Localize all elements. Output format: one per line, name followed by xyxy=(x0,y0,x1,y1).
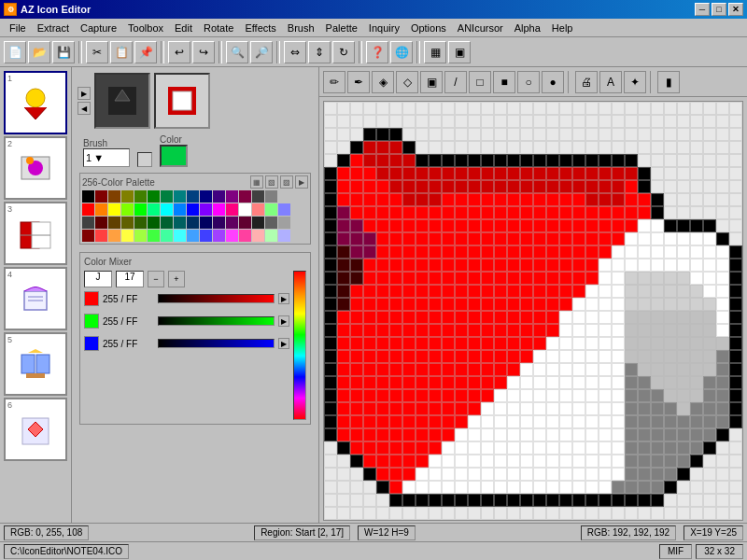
pixel-cell[interactable] xyxy=(337,389,350,402)
pixel-cell[interactable] xyxy=(533,311,546,324)
pixel-cell[interactable] xyxy=(703,193,716,206)
pixel-cell[interactable] xyxy=(585,219,599,232)
pixel-cell[interactable] xyxy=(625,154,638,167)
pixel-cell[interactable] xyxy=(612,507,625,520)
pixel-cell[interactable] xyxy=(324,350,337,363)
red-slider[interactable] xyxy=(158,294,275,303)
pixel-cell[interactable] xyxy=(494,468,507,481)
pixel-cell[interactable] xyxy=(599,219,612,232)
pixel-cell[interactable] xyxy=(729,219,742,232)
pixel-cell[interactable] xyxy=(376,337,389,350)
pixel-cell[interactable] xyxy=(546,376,559,389)
pixel-cell[interactable] xyxy=(389,507,402,520)
pixel-cell[interactable] xyxy=(481,376,494,389)
pixel-cell[interactable] xyxy=(455,376,468,389)
pixel-cell[interactable] xyxy=(625,415,638,428)
pixel-cell[interactable] xyxy=(520,219,533,232)
pixel-cell[interactable] xyxy=(572,206,585,219)
pixel-cell[interactable] xyxy=(716,481,729,494)
pixel-cell[interactable] xyxy=(324,245,337,259)
pixel-cell[interactable] xyxy=(389,115,402,128)
pixel-cell[interactable] xyxy=(664,232,677,245)
pixel-cell[interactable] xyxy=(572,167,585,180)
pixel-cell[interactable] xyxy=(468,376,481,389)
pixel-cell[interactable] xyxy=(625,102,638,115)
pixel-cell[interactable] xyxy=(716,141,729,154)
pixel-cell[interactable] xyxy=(651,468,664,481)
pixel-cell[interactable] xyxy=(389,441,402,455)
pixel-cell[interactable] xyxy=(337,232,350,245)
pixel-cell[interactable] xyxy=(363,468,376,481)
image-item-6[interactable]: 6 xyxy=(4,398,67,461)
pixel-cell[interactable] xyxy=(455,363,468,376)
pixel-cell[interactable] xyxy=(468,441,481,455)
pixel-cell[interactable] xyxy=(350,441,363,455)
color-box[interactable] xyxy=(160,145,188,167)
pixel-cell[interactable] xyxy=(612,219,625,232)
pixel-cell[interactable] xyxy=(703,102,716,115)
pixel-cell[interactable] xyxy=(337,507,350,520)
pixel-cell[interactable] xyxy=(638,180,651,193)
pixel-cell[interactable] xyxy=(507,232,520,245)
pixel-cell[interactable] xyxy=(546,272,559,285)
pixel-cell[interactable] xyxy=(350,298,363,311)
pixel-cell[interactable] xyxy=(507,219,520,232)
pixel-cell[interactable] xyxy=(416,219,429,232)
pixel-cell[interactable] xyxy=(612,115,625,128)
pixel-cell[interactable] xyxy=(612,337,625,350)
pixel-cell[interactable] xyxy=(677,441,690,455)
pixel-cell[interactable] xyxy=(612,441,625,455)
pixel-cell[interactable] xyxy=(651,115,664,128)
pixel-cell[interactable] xyxy=(429,402,442,415)
pixel-cell[interactable] xyxy=(402,193,416,206)
pixel-cell[interactable] xyxy=(533,363,546,376)
pixel-cell[interactable] xyxy=(337,102,350,115)
pixel-cell[interactable] xyxy=(625,141,638,154)
pixel-cell[interactable] xyxy=(638,311,651,324)
pixel-cell[interactable] xyxy=(389,285,402,298)
pixel-cell[interactable] xyxy=(638,481,651,494)
pixel-cell[interactable] xyxy=(442,259,455,272)
palette-color-cell[interactable] xyxy=(226,217,238,229)
pixel-cell[interactable] xyxy=(376,311,389,324)
pixel-cell[interactable] xyxy=(429,115,442,128)
pixel-cell[interactable] xyxy=(716,350,729,363)
pixel-cell[interactable] xyxy=(716,232,729,245)
pixel-cell[interactable] xyxy=(664,402,677,415)
palette-color-cell[interactable] xyxy=(265,203,277,216)
pixel-cell[interactable] xyxy=(389,402,402,415)
pixel-cell[interactable] xyxy=(677,272,690,285)
pixel-cell[interactable] xyxy=(664,128,677,141)
pixel-cell[interactable] xyxy=(677,402,690,415)
pixel-cell[interactable] xyxy=(520,324,533,337)
pixel-cell[interactable] xyxy=(416,441,429,455)
pixel-cell[interactable] xyxy=(402,219,416,232)
pixel-cell[interactable] xyxy=(585,193,599,206)
pixel-cell[interactable] xyxy=(677,245,690,259)
pixel-cell[interactable] xyxy=(337,415,350,428)
pixel-cell[interactable] xyxy=(546,428,559,441)
pixel-cell[interactable] xyxy=(546,389,559,402)
pixel-cell[interactable] xyxy=(599,115,612,128)
pixel-cell[interactable] xyxy=(520,428,533,441)
pixel-cell[interactable] xyxy=(468,481,481,494)
pixel-cell[interactable] xyxy=(350,154,363,167)
pixel-cell[interactable] xyxy=(585,272,599,285)
pixel-cell[interactable] xyxy=(363,232,376,245)
mixer-h-input[interactable]: J xyxy=(84,271,112,287)
pixel-cell[interactable] xyxy=(651,428,664,441)
pixel-cell[interactable] xyxy=(546,507,559,520)
pixel-cell[interactable] xyxy=(442,206,455,219)
pixel-cell[interactable] xyxy=(324,389,337,402)
pixel-cell[interactable] xyxy=(324,376,337,389)
pixel-cell[interactable] xyxy=(533,259,546,272)
pixel-cell[interactable] xyxy=(533,415,546,428)
pixel-cell[interactable] xyxy=(363,154,376,167)
pixel-cell[interactable] xyxy=(429,245,442,259)
pixel-cell[interactable] xyxy=(494,455,507,468)
pixel-cell[interactable] xyxy=(350,389,363,402)
palette-ctrl-2[interactable]: ▧ xyxy=(265,175,278,189)
pixel-cell[interactable] xyxy=(481,415,494,428)
pixel-cell[interactable] xyxy=(716,193,729,206)
tool-pencil[interactable]: ✏ xyxy=(323,71,345,93)
